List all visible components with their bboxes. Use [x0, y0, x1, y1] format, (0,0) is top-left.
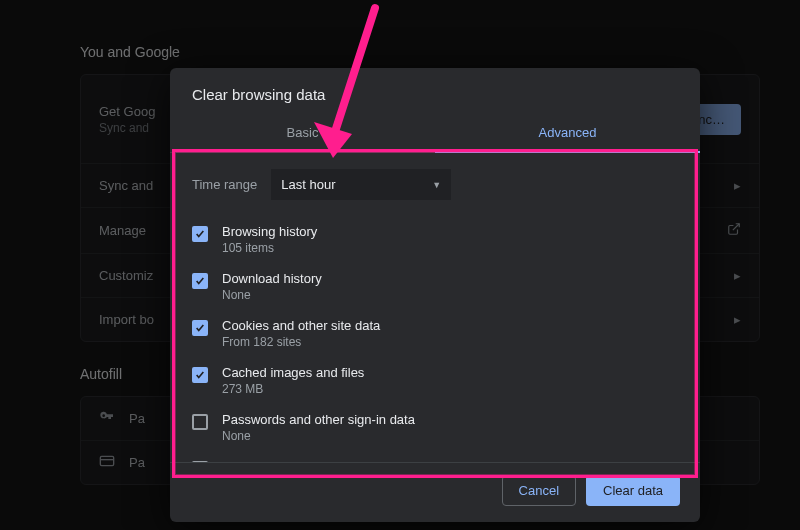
- time-range-value: Last hour: [281, 177, 335, 192]
- data-type-sub: From 182 sites: [222, 335, 380, 349]
- checkbox[interactable]: [192, 320, 208, 336]
- checkmark-icon: [195, 229, 205, 239]
- time-range-label: Time range: [192, 177, 257, 192]
- data-type-label: Download history: [222, 271, 322, 286]
- checkbox[interactable]: [192, 414, 208, 430]
- data-type-label: Cached images and files: [222, 365, 364, 380]
- time-range-row: Time range Last hour ▼: [192, 169, 678, 200]
- checkbox[interactable]: [192, 273, 208, 289]
- data-type-label: Cookies and other site data: [222, 318, 380, 333]
- clear-data-button[interactable]: Clear data: [586, 475, 680, 506]
- data-type-sub: None: [222, 288, 322, 302]
- tab-advanced[interactable]: Advanced: [435, 115, 700, 152]
- checkmark-icon: [195, 323, 205, 333]
- data-type-label: Browsing history: [222, 224, 317, 239]
- data-type-text: Download historyNone: [222, 271, 322, 302]
- data-type-text: Browsing history105 items: [222, 224, 317, 255]
- data-type-row[interactable]: Download historyNone: [192, 263, 678, 310]
- data-type-row[interactable]: Cached images and files273 MB: [192, 357, 678, 404]
- dialog-title: Clear browsing data: [170, 68, 700, 115]
- checkmark-icon: [195, 276, 205, 286]
- cancel-button[interactable]: Cancel: [502, 475, 576, 506]
- dialog-tabs: Basic Advanced: [170, 115, 700, 153]
- data-type-row[interactable]: Passwords and other sign-in dataNone: [192, 404, 678, 451]
- dialog-body: Time range Last hour ▼ Browsing history1…: [170, 153, 700, 462]
- data-type-row[interactable]: Cookies and other site dataFrom 182 site…: [192, 310, 678, 357]
- data-type-sub: None: [222, 429, 415, 443]
- data-type-sub: 273 MB: [222, 382, 364, 396]
- time-range-select[interactable]: Last hour ▼: [271, 169, 451, 200]
- checkbox[interactable]: [192, 226, 208, 242]
- checkbox[interactable]: [192, 367, 208, 383]
- checkmark-icon: [195, 370, 205, 380]
- tab-basic[interactable]: Basic: [170, 115, 435, 152]
- dropdown-triangle-icon: ▼: [432, 180, 441, 190]
- data-type-text: Passwords and other sign-in dataNone: [222, 412, 415, 443]
- modal-overlay: Clear browsing data Basic Advanced Time …: [0, 0, 800, 530]
- data-type-row[interactable]: Autofill form data: [192, 451, 678, 462]
- data-type-text: Cached images and files273 MB: [222, 365, 364, 396]
- data-type-text: Cookies and other site dataFrom 182 site…: [222, 318, 380, 349]
- data-type-sub: 105 items: [222, 241, 317, 255]
- dialog-footer: Cancel Clear data: [170, 462, 700, 522]
- clear-browsing-data-dialog: Clear browsing data Basic Advanced Time …: [170, 68, 700, 522]
- data-type-label: Passwords and other sign-in data: [222, 412, 415, 427]
- data-type-row[interactable]: Browsing history105 items: [192, 216, 678, 263]
